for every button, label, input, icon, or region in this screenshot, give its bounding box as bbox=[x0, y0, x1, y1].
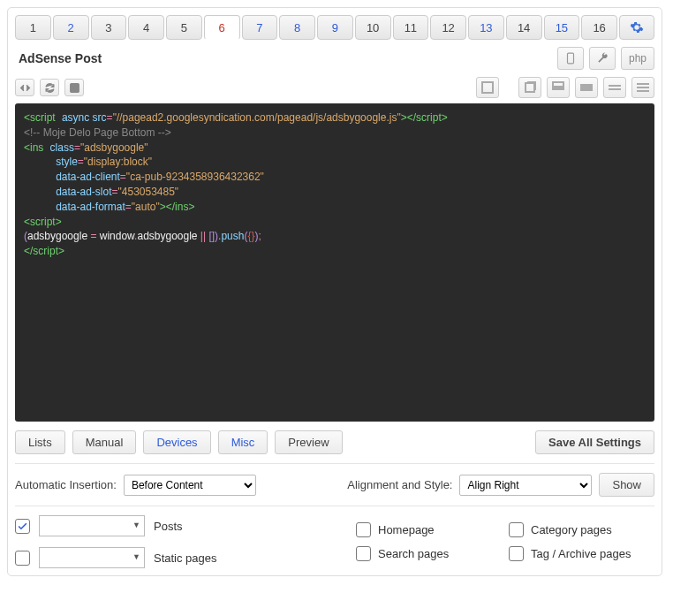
code-class: adsbygoogle bbox=[84, 141, 144, 154]
tab-5[interactable]: 5 bbox=[166, 15, 202, 40]
layout-icon-3[interactable] bbox=[547, 77, 570, 98]
search-label: Search pages bbox=[378, 547, 502, 560]
layout-icon-1[interactable] bbox=[476, 77, 499, 98]
devices-button[interactable]: Devices bbox=[143, 430, 210, 454]
tag-checkbox[interactable] bbox=[509, 546, 524, 561]
static-select[interactable] bbox=[39, 547, 145, 568]
search-checkbox[interactable] bbox=[356, 546, 371, 561]
page-title: AdSense Post bbox=[15, 51, 102, 65]
code-editor[interactable]: <script async src="//pagead2.googlesyndi… bbox=[15, 103, 654, 422]
static-checkbox[interactable] bbox=[15, 551, 30, 566]
misc-button[interactable]: Misc bbox=[218, 430, 268, 454]
php-button[interactable]: php bbox=[621, 47, 654, 70]
tab-13[interactable]: 13 bbox=[468, 15, 504, 40]
refresh-icon[interactable] bbox=[40, 79, 59, 96]
layout-icon-5[interactable] bbox=[603, 77, 626, 98]
lists-button[interactable]: Lists bbox=[15, 430, 65, 454]
homepage-label: Homepage bbox=[378, 523, 502, 536]
code-format: auto bbox=[135, 201, 155, 213]
tabs-bar: 12345678910111213141516 bbox=[15, 15, 654, 40]
edit-icon[interactable] bbox=[64, 79, 84, 96]
posts-select[interactable] bbox=[39, 515, 145, 536]
preview-button[interactable]: Preview bbox=[275, 430, 342, 454]
svg-rect-0 bbox=[568, 53, 574, 64]
settings-gear-icon[interactable] bbox=[619, 15, 654, 40]
tab-1[interactable]: 1 bbox=[15, 15, 51, 40]
tab-3[interactable]: 3 bbox=[91, 15, 127, 40]
show-button[interactable]: Show bbox=[599, 473, 654, 497]
insertion-select[interactable]: Before Content bbox=[124, 475, 256, 496]
tab-9[interactable]: 9 bbox=[317, 15, 353, 40]
tab-16[interactable]: 16 bbox=[581, 15, 617, 40]
category-checkbox[interactable] bbox=[509, 522, 524, 537]
tab-4[interactable]: 4 bbox=[128, 15, 164, 40]
posts-label: Posts bbox=[154, 520, 207, 533]
tag-label: Tag / Archive pages bbox=[531, 547, 654, 560]
tab-12[interactable]: 12 bbox=[430, 15, 466, 40]
code-style: display:block bbox=[87, 156, 148, 168]
posts-checkbox[interactable] bbox=[15, 519, 30, 534]
manual-button[interactable]: Manual bbox=[72, 430, 137, 454]
alignment-select[interactable]: Align Right bbox=[459, 475, 592, 496]
static-label: Static pages bbox=[154, 551, 217, 565]
code-slot: 453053485 bbox=[122, 186, 175, 198]
wrench-icon[interactable] bbox=[589, 47, 616, 70]
tab-15[interactable]: 15 bbox=[544, 15, 580, 40]
category-label: Category pages bbox=[531, 523, 654, 536]
tab-7[interactable]: 7 bbox=[242, 15, 278, 40]
layout-icon-4[interactable] bbox=[575, 77, 598, 98]
tab-2[interactable]: 2 bbox=[53, 15, 89, 40]
save-button[interactable]: Save All Settings bbox=[535, 430, 654, 454]
code-src: //pagead2.googlesyndication.com/pagead/j… bbox=[117, 111, 397, 124]
tab-11[interactable]: 11 bbox=[393, 15, 429, 40]
alignment-label: Alignment and Style: bbox=[347, 478, 452, 491]
tab-14[interactable]: 14 bbox=[506, 15, 542, 40]
tab-10[interactable]: 10 bbox=[355, 15, 391, 40]
code-client: ca-pub-9234358936432362 bbox=[130, 171, 260, 183]
code-comment: Moje Delo Page Bottom bbox=[43, 126, 155, 139]
homepage-checkbox[interactable] bbox=[356, 522, 371, 537]
insertion-label: Automatic Insertion: bbox=[15, 478, 117, 491]
tab-6[interactable]: 6 bbox=[204, 15, 240, 40]
code-icon[interactable] bbox=[15, 79, 34, 96]
layout-icon-6[interactable] bbox=[631, 77, 654, 98]
layout-icon-2[interactable] bbox=[518, 77, 541, 98]
device-icon[interactable] bbox=[557, 47, 584, 70]
tab-8[interactable]: 8 bbox=[279, 15, 315, 40]
